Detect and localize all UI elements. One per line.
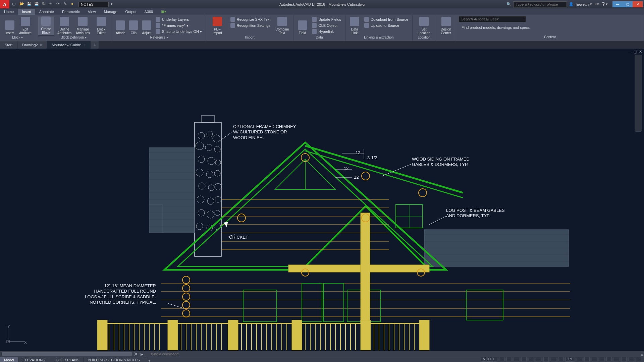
save-icon[interactable]: 💾 bbox=[27, 2, 32, 7]
pdf-import-button[interactable]: PDF Import bbox=[209, 16, 226, 36]
snap-underlays-button[interactable]: Snap to Underlays ON ▾ bbox=[154, 29, 203, 34]
help-icon[interactable]: ❔▾ bbox=[601, 2, 608, 6]
lineweight-icon[interactable] bbox=[543, 357, 549, 361]
osnap-icon[interactable] bbox=[536, 357, 541, 361]
saveas-icon[interactable]: 💾 bbox=[34, 2, 40, 7]
field-button[interactable]: Field bbox=[296, 16, 309, 36]
customize-icon[interactable] bbox=[636, 357, 641, 361]
svg-point-135 bbox=[362, 172, 370, 180]
tab-insert[interactable]: Insert bbox=[18, 9, 35, 15]
file-tab-drawing2[interactable]: Drawing2× bbox=[17, 41, 47, 49]
set-location-button[interactable]: Set Location bbox=[415, 16, 433, 36]
cleanscreen-icon[interactable] bbox=[629, 357, 634, 361]
svg-rect-74 bbox=[361, 213, 370, 323]
grid-icon[interactable] bbox=[499, 357, 504, 361]
qat-dropdown-icon[interactable]: ▾ bbox=[111, 2, 116, 7]
redo-icon[interactable]: ↷ bbox=[56, 2, 62, 7]
units-icon[interactable] bbox=[592, 357, 597, 361]
infocenter-icon[interactable]: 🔍 bbox=[506, 2, 511, 6]
model-scrollbar[interactable] bbox=[1, 352, 132, 356]
command-input[interactable] bbox=[148, 352, 640, 356]
cycling-icon[interactable] bbox=[558, 357, 564, 361]
layer-combo[interactable]: NOTES bbox=[78, 2, 109, 7]
tab-annotate[interactable]: Annotate bbox=[35, 9, 58, 15]
signin-icon[interactable]: 👤 bbox=[569, 2, 574, 6]
design-center-button[interactable]: Design Center bbox=[439, 16, 453, 36]
layout-tab-elevations[interactable]: ELEVATIONS bbox=[18, 357, 49, 362]
snap-icon[interactable] bbox=[506, 357, 512, 361]
insert-block-button[interactable]: Insert bbox=[3, 16, 16, 36]
window-close-button[interactable]: ✕ bbox=[633, 1, 643, 7]
lock-icon[interactable] bbox=[606, 357, 612, 361]
hyperlink-button[interactable]: Hyperlink bbox=[311, 29, 342, 34]
attach-button[interactable]: Attach bbox=[115, 16, 126, 36]
block-editor-button[interactable]: Block Editor bbox=[93, 16, 109, 36]
panel-reference-title[interactable]: Reference ▾ bbox=[115, 36, 203, 41]
user-name[interactable]: hewetth bbox=[576, 2, 589, 6]
annotation-logs: 12"-16" MEAN DIAMETER HANDCRAFTED FULL R… bbox=[82, 283, 156, 305]
app-logo[interactable]: A bbox=[0, 0, 9, 8]
manage-attributes-button[interactable]: Manage Attributes bbox=[75, 16, 91, 36]
tab-output[interactable]: Output bbox=[121, 9, 141, 15]
layout-tab-model[interactable]: Model bbox=[0, 357, 18, 362]
define-attributes-button[interactable]: Define Attributes bbox=[56, 16, 73, 36]
search-input[interactable] bbox=[513, 1, 567, 7]
layout-tab-section[interactable]: BUILDING SECTION & NOTES bbox=[84, 357, 144, 362]
upload-source-button[interactable]: Upload to Source bbox=[363, 23, 410, 28]
ribbon-tabs: Home Insert Annotate Parametric View Man… bbox=[0, 8, 644, 15]
exchange-icon[interactable]: ✕▾ bbox=[594, 2, 599, 6]
drawing-canvas[interactable]: — ▢ ✕ bbox=[0, 49, 644, 351]
update-fields-button[interactable]: Update Fields bbox=[311, 17, 342, 22]
seek-search-input[interactable] bbox=[459, 16, 526, 22]
window-minimize-button[interactable]: — bbox=[612, 1, 623, 7]
isoplane-icon[interactable] bbox=[529, 357, 534, 361]
isolate-icon[interactable] bbox=[614, 357, 619, 361]
tab-manage[interactable]: Manage bbox=[100, 9, 121, 15]
anno-scale[interactable]: 1:1 bbox=[566, 357, 575, 362]
status-model[interactable]: MODEL bbox=[481, 357, 497, 362]
panel-blockdef-title[interactable]: Block Definition ▾ bbox=[38, 36, 109, 41]
quickprops-icon[interactable] bbox=[599, 357, 604, 361]
tab-home[interactable]: Home bbox=[0, 9, 18, 15]
layout-add-button[interactable]: ＋ bbox=[144, 357, 155, 362]
hardware-icon[interactable] bbox=[621, 357, 627, 361]
new-tab-button[interactable]: ＋ bbox=[91, 41, 99, 49]
undo-icon[interactable]: ↶ bbox=[49, 2, 54, 7]
layer-icon[interactable]: ● bbox=[71, 2, 76, 7]
combine-text-button[interactable]: Combine Text bbox=[274, 16, 290, 36]
plot-icon[interactable]: 🖶 bbox=[42, 2, 47, 7]
recognition-settings-button[interactable]: Recognition Settings bbox=[229, 23, 272, 28]
adjust-button[interactable]: Adjust bbox=[141, 16, 152, 36]
download-source-button[interactable]: Download from Source bbox=[363, 17, 410, 22]
clip-button[interactable]: Clip bbox=[128, 16, 139, 36]
file-tab-mountview[interactable]: Mountview Cabin*× bbox=[47, 41, 91, 49]
tab-featured-icon[interactable]: ▣▾ bbox=[157, 8, 170, 15]
file-tabs: Start Drawing2× Mountview Cabin*× ＋ bbox=[0, 41, 644, 49]
close-icon[interactable]: × bbox=[40, 43, 42, 47]
workspace-icon[interactable] bbox=[577, 357, 582, 361]
close-icon[interactable]: × bbox=[84, 43, 86, 47]
svg-point-140 bbox=[182, 285, 190, 292]
open-icon[interactable]: 📂 bbox=[19, 2, 25, 7]
tab-parametric[interactable]: Parametric bbox=[58, 9, 84, 15]
edit-attribute-button[interactable]: Edit Attribute bbox=[18, 16, 32, 36]
ole-object-button[interactable]: OLE Object bbox=[311, 23, 342, 28]
frames-vary-button[interactable]: *Frames vary* ▾ bbox=[154, 23, 203, 28]
file-tab-start[interactable]: Start bbox=[0, 41, 17, 49]
layout-tab-floorplans[interactable]: FLOOR PLANS bbox=[49, 357, 84, 362]
tab-view[interactable]: View bbox=[84, 9, 100, 15]
recognize-shx-button[interactable]: Recognize SHX Text bbox=[229, 17, 272, 22]
polar-icon[interactable] bbox=[521, 357, 527, 361]
new-icon[interactable]: ▢ bbox=[12, 2, 17, 7]
annomonitor-icon[interactable] bbox=[584, 357, 590, 361]
data-link-button[interactable]: Data Link bbox=[348, 16, 361, 36]
ortho-icon[interactable] bbox=[514, 357, 519, 361]
window-maximize-button[interactable]: ▢ bbox=[623, 1, 633, 7]
tab-a360[interactable]: A360 bbox=[141, 9, 157, 15]
transparency-icon[interactable] bbox=[551, 357, 556, 361]
cmd-close-icon[interactable]: ✕ bbox=[132, 351, 139, 357]
underlay-layers-button[interactable]: Underlay Layers bbox=[154, 17, 203, 22]
create-block-button[interactable]: Create Block bbox=[38, 16, 54, 36]
panel-block-title[interactable]: Block ▾ bbox=[3, 36, 32, 41]
match-icon[interactable]: ✎ bbox=[64, 2, 69, 7]
